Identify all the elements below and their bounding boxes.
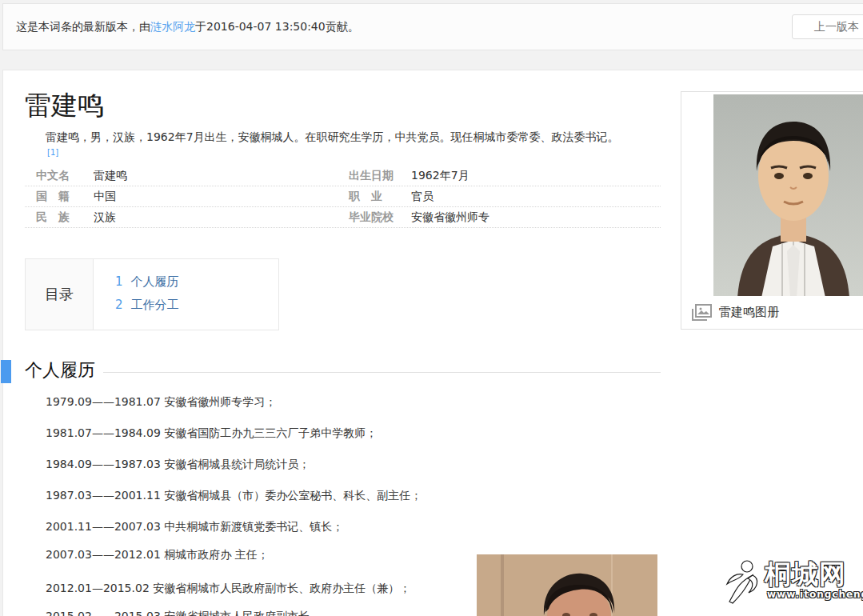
infobox-value: 官员 <box>411 190 433 204</box>
reference-link[interactable]: [1] <box>47 148 58 157</box>
toc-item-work-division[interactable]: 2工作分工 <box>115 294 179 317</box>
timeline-item: 1984.09——1987.03 安徽省桐城县统计局统计员； <box>46 458 310 472</box>
photo-album-link[interactable]: 雷建鸣图册 <box>681 296 863 329</box>
previous-version-button[interactable]: 上一版本 <box>792 14 863 39</box>
site-watermark: 桐城网 www.itongcheng.cc <box>722 555 863 611</box>
toc-item-index: 1 <box>115 274 123 289</box>
page: 这是本词条的最新版本，由涟水阿龙于2016-04-07 13:50:40贡献。 … <box>0 0 863 616</box>
timeline-item: 2015.02——2015.03 安徽省桐城市人民政府副市长 <box>46 610 310 616</box>
timeline-item: 1979.09——1981.07 安徽省徽州师专学习； <box>46 395 276 410</box>
photo-album-icon <box>691 304 712 322</box>
photo-album-caption: 雷建鸣图册 <box>719 305 779 320</box>
infobox-label: 民 族 <box>36 210 94 225</box>
infobox-label: 出生日期 <box>349 169 411 183</box>
article-summary: 雷建鸣，男，汉族，1962年7月出生，安徽桐城人。在职研究生学历，中共党员。现任… <box>46 129 629 164</box>
timeline-item: 1981.07——1984.09 安徽省国防工办九三三六厂子弟中学教师； <box>46 426 377 441</box>
section-marker <box>1 360 11 383</box>
infobox-value: 雷建鸣 <box>94 169 127 183</box>
infobox-label: 毕业院校 <box>349 210 411 225</box>
article-card: 雷建鸣 雷建鸣，男，汉族，1962年7月出生，安徽桐城人。在职研究生学历，中共党… <box>2 70 863 616</box>
section-divider <box>103 372 661 373</box>
toc-item-link[interactable]: 工作分工 <box>131 298 179 312</box>
summary-text: 雷建鸣，男，汉族，1962年7月出生，安徽桐城人。在职研究生学历，中共党员。现任… <box>46 130 619 143</box>
editor-link[interactable]: 涟水阿龙 <box>150 20 195 33</box>
infobox-row: 民 族 汉族 毕业院校 安徽省徽州师专 <box>25 207 661 228</box>
toc: 目录 1个人履历 2工作分工 <box>25 258 279 330</box>
infobox-value: 1962年7月 <box>411 169 469 183</box>
notice-bar: 这是本词条的最新版本，由涟水阿龙于2016-04-07 13:50:40贡献。 … <box>2 3 863 50</box>
section-title: 个人履历 <box>25 358 95 382</box>
tongcheng-figure-icon <box>722 557 762 605</box>
notice-text-after: 于2016-04-07 13:50:40贡献。 <box>195 20 359 33</box>
watermark-site-url: www.itongcheng.cc <box>767 589 863 600</box>
infobox-value: 汉族 <box>94 210 116 225</box>
toc-item-personal-resume[interactable]: 1个人履历 <box>115 270 179 294</box>
page-title: 雷建鸣 <box>25 88 104 124</box>
photo-card: 雷建鸣图册 <box>681 91 863 330</box>
notice-text-before: 这是本词条的最新版本，由 <box>16 20 150 33</box>
timeline-item: 2001.11——2007.03 中共桐城市新渡镇党委书记、镇长； <box>46 520 343 534</box>
timeline-item: 1987.03——2001.11 安徽省桐城县（市）委办公室秘书、科长、副主任； <box>46 489 422 503</box>
article-photo[interactable] <box>477 554 657 616</box>
infobox-value: 安徽省徽州师专 <box>411 210 489 225</box>
infobox: 中文名 雷建鸣 出生日期 1962年7月 国 籍 中国 职 业 官员 <box>25 166 661 228</box>
toc-item-link[interactable]: 个人履历 <box>131 274 179 289</box>
watermark-site-name: 桐城网 <box>765 557 846 593</box>
infobox-value: 中国 <box>94 190 116 204</box>
toc-list: 1个人履历 2工作分工 <box>115 270 179 317</box>
infobox-label: 中文名 <box>36 169 94 183</box>
toc-item-index: 2 <box>115 298 123 312</box>
infobox-row: 国 籍 中国 职 业 官员 <box>25 186 661 207</box>
portrait-photo[interactable] <box>713 94 863 298</box>
timeline-item: 2007.03——2012.01 桐城市政府办 主任； <box>46 548 269 562</box>
timeline-item: 2012.01—2015.02 安徽省桐城市人民政府副市长、政府办主任（兼）； <box>46 582 410 596</box>
infobox-label: 国 籍 <box>36 190 94 204</box>
infobox-label: 职 业 <box>349 190 411 204</box>
toc-title: 目录 <box>26 259 94 330</box>
notice-text: 这是本词条的最新版本，由涟水阿龙于2016-04-07 13:50:40贡献。 <box>16 20 359 34</box>
infobox-row: 中文名 雷建鸣 出生日期 1962年7月 <box>25 166 661 186</box>
